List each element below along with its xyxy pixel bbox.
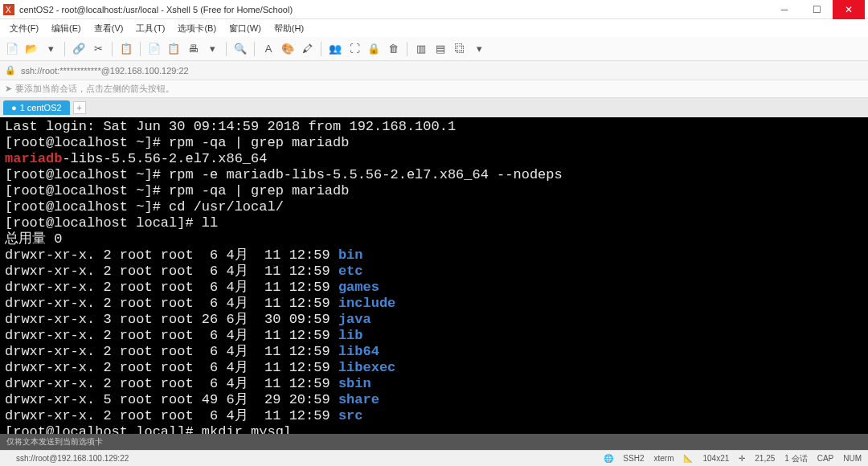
tab-bar: ● 1 centOS2 +: [0, 98, 868, 117]
copy-icon[interactable]: 📄: [147, 42, 162, 56]
term-line: drwxr-xr-x. 2 root root 6 4月 11 12:59: [5, 328, 338, 343]
status-conn: ssh://root@192.168.100.129:22: [16, 454, 129, 463]
new-session-icon[interactable]: 📄: [5, 42, 19, 56]
terminal[interactable]: Last login: Sat Jun 30 09:14:59 2018 fro…: [0, 117, 868, 434]
term-dir: lib: [338, 328, 363, 343]
dropdown-icon[interactable]: ▾: [43, 42, 58, 56]
term-line: [root@localhost ~]# rpm -qa | grep maria…: [5, 183, 349, 198]
status-num: NUM: [843, 454, 862, 463]
minimize-button[interactable]: ─: [768, 0, 800, 19]
term-line: drwxr-xr-x. 3 root root 26 6月 30 09:59: [5, 312, 338, 327]
status-term: xterm: [653, 454, 674, 463]
term-line: drwxr-xr-x. 2 root root 6 4月 11 12:59: [5, 408, 338, 423]
term-line: -libs-5.5.56-2.el7.x86_64: [62, 151, 267, 166]
address-bar: 🔒 ssh://root:************@192.168.100.12…: [0, 61, 868, 80]
term-dir: etc: [338, 264, 363, 279]
hint-text: 要添加当前会话，点击左侧的箭头按钮。: [15, 83, 174, 95]
svg-text:X: X: [6, 6, 11, 14]
dropdown3-icon[interactable]: ▾: [472, 42, 486, 56]
cascade-icon[interactable]: ⿻: [452, 42, 467, 56]
lock-icon[interactable]: 🔒: [366, 42, 381, 56]
tab-active[interactable]: ● 1 centOS2: [3, 100, 70, 115]
menu-view[interactable]: 查看(V): [89, 21, 129, 36]
term-line: drwxr-xr-x. 2 root root 6 4月 11 12:59: [5, 247, 338, 263]
trash-icon[interactable]: 🗑: [386, 42, 400, 56]
status-cap: CAP: [817, 454, 834, 463]
maximize-button[interactable]: ☐: [800, 0, 833, 19]
close-button[interactable]: ✕: [833, 0, 865, 19]
fullscreen-icon[interactable]: ⛶: [347, 42, 362, 56]
term-dir: include: [338, 296, 395, 311]
tab-add-button[interactable]: +: [73, 101, 86, 114]
tab-label: 1 centOS2: [20, 103, 62, 112]
separator: [321, 42, 321, 56]
term-line: [root@localhost local]# mkdir mysql: [5, 424, 292, 434]
separator: [254, 42, 255, 56]
arrow-icon[interactable]: ➤: [5, 84, 12, 94]
toolbar: 📄 📂 ▾ 🔗 ✂ 📋 📄 📋 🖶 ▾ 🔍 A 🎨 🖍 👥 ⛶ 🔒 🗑 ▥ ▤ …: [0, 37, 868, 61]
compose-hint: 仅将文本发送到当前选项卡: [6, 436, 103, 448]
menu-edit[interactable]: 编辑(E): [47, 21, 86, 36]
globe-icon: 🌐: [604, 454, 613, 463]
menu-file[interactable]: 文件(F): [5, 21, 43, 36]
status-pos: 21,25: [755, 454, 775, 463]
term-dir: lib64: [338, 344, 379, 359]
menubar: 文件(F) 编辑(E) 查看(V) 工具(T) 选项卡(B) 窗口(W) 帮助(…: [0, 19, 868, 37]
color-icon[interactable]: 🎨: [280, 42, 295, 56]
properties-icon[interactable]: 📋: [119, 42, 133, 56]
tile-v-icon[interactable]: ▤: [433, 42, 448, 56]
separator: [140, 42, 141, 56]
term-dir: java: [338, 312, 371, 327]
term-line: [root@localhost ~]# rpm -qa | grep maria…: [5, 135, 349, 150]
lock-small-icon: 🔒: [5, 65, 16, 76]
print-icon[interactable]: 🖶: [186, 42, 200, 56]
menu-help[interactable]: 帮助(H): [269, 21, 309, 36]
hint-bar: ➤ 要添加当前会话，点击左侧的箭头按钮。: [0, 80, 868, 98]
term-match: mariadb: [5, 151, 62, 166]
separator: [407, 42, 407, 56]
compose-bar: 仅将文本发送到当前选项卡: [0, 434, 868, 450]
window-title: centOS2 - root@localhost:/usr/local - Xs…: [19, 5, 768, 14]
app-icon: X: [3, 4, 14, 15]
separator: [64, 42, 65, 56]
term-dir: libexec: [338, 360, 395, 375]
menu-tools[interactable]: 工具(T): [131, 21, 170, 36]
address-text[interactable]: ssh://root:************@192.168.100.129:…: [21, 66, 189, 76]
disconnect-icon[interactable]: ✂: [91, 42, 105, 56]
find-icon[interactable]: 🔍: [233, 42, 248, 56]
tile-h-icon[interactable]: ▥: [414, 42, 428, 56]
status-ssh: SSH2: [623, 454, 644, 463]
status-sess: 1 会话: [784, 453, 807, 464]
term-line: [root@localhost ~]# cd /usr/local/: [5, 199, 284, 215]
status-bar: ssh://root@192.168.100.129:22 🌐 SSH2 xte…: [0, 450, 868, 466]
term-dir: share: [338, 392, 379, 407]
term-line: [root@localhost ~]# rpm -e mariadb-libs-…: [5, 167, 563, 182]
dropdown2-icon[interactable]: ▾: [205, 42, 219, 56]
reconnect-icon[interactable]: 🔗: [72, 42, 86, 56]
paste-icon[interactable]: 📋: [166, 42, 181, 56]
term-line: Last login: Sat Jun 30 09:14:59 2018 fro…: [5, 119, 456, 134]
menu-tab[interactable]: 选项卡(B): [173, 21, 221, 36]
users-icon[interactable]: 👥: [328, 42, 342, 56]
term-line: drwxr-xr-x. 2 root root 6 4月 11 12:59: [5, 376, 338, 391]
term-line: 总用量 0: [5, 231, 62, 247]
term-dir: bin: [338, 247, 363, 263]
status-size: 104x21: [702, 454, 729, 463]
term-line: drwxr-xr-x. 2 root root 6 4月 11 12:59: [5, 280, 338, 295]
term-dir: src: [338, 408, 363, 423]
cursor-icon: ✛: [739, 454, 745, 463]
separator: [112, 42, 113, 56]
open-icon[interactable]: 📂: [24, 42, 39, 56]
menu-window[interactable]: 窗口(W): [224, 21, 266, 36]
highlight-icon[interactable]: 🖍: [300, 42, 314, 56]
font-icon[interactable]: A: [261, 42, 276, 56]
term-dir: sbin: [338, 376, 371, 391]
term-dir: games: [338, 280, 379, 295]
term-line: drwxr-xr-x. 5 root root 49 6月 29 20:59: [5, 392, 338, 407]
term-line: [root@localhost local]# ll: [5, 215, 218, 231]
term-line: drwxr-xr-x. 2 root root 6 4月 11 12:59: [5, 344, 338, 359]
titlebar: X centOS2 - root@localhost:/usr/local - …: [0, 0, 868, 19]
term-line: drwxr-xr-x. 2 root root 6 4月 11 12:59: [5, 296, 338, 311]
dot-icon: ●: [11, 103, 17, 112]
ruler-icon: 📐: [683, 454, 693, 463]
